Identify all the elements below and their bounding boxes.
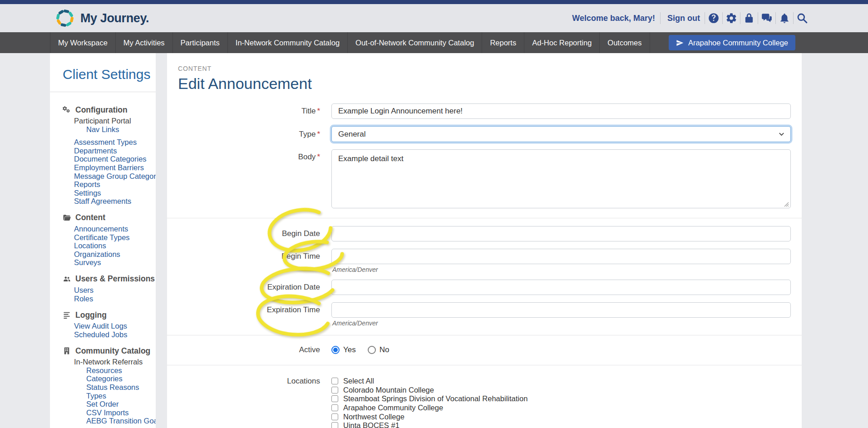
myjourney-logo[interactable]: My Journey. (55, 9, 149, 28)
sidebar-section-header-community-catalog: Community Catalog (50, 346, 156, 356)
sidebar-link-view-audit-logs[interactable]: View Audit Logs (50, 322, 156, 330)
radio-circle[interactable] (368, 346, 376, 354)
sidebar-link-types[interactable]: Types (50, 392, 156, 400)
sidebar-section-label: Logging (75, 310, 107, 320)
sidebar-link-categories[interactable]: Categories (50, 374, 156, 383)
sidebar-link-set-order[interactable]: Set Order (50, 400, 156, 408)
settings-gear-icon[interactable] (725, 12, 737, 24)
checkbox[interactable] (331, 422, 338, 428)
sidebar-section-label: Configuration (75, 105, 128, 115)
sidebar-link-organizations[interactable]: Organizations (50, 250, 156, 259)
active-radio-yes[interactable]: Yes (331, 345, 356, 354)
begin-date-input[interactable] (331, 226, 791, 241)
type-field-row: Type* General (178, 126, 791, 142)
expiration-time-label: Expiration Time (178, 305, 331, 315)
location-checkbox-uinta-boces-1[interactable]: Uinta BOCES #1 (331, 421, 791, 428)
sidebar-link-departments[interactable]: Departments (50, 147, 156, 155)
client-settings-sidebar: Client Settings ConfigurationParticipant… (50, 53, 156, 428)
sidebar-link-certificate-types[interactable]: Certificate Types (50, 233, 156, 242)
expiration-time-input[interactable] (331, 302, 791, 318)
sidebar-link-surveys[interactable]: Surveys (50, 258, 156, 267)
sidebar-link-roles[interactable]: Roles (50, 295, 156, 303)
checkbox-label: Arapahoe Community College (343, 403, 443, 412)
nav-item-ad-hoc-reporting[interactable]: Ad-Hoc Reporting (524, 32, 599, 53)
myjourney-logo-icon (55, 9, 74, 28)
sidebar-link-reports[interactable]: Reports (50, 180, 156, 189)
type-select-value: General (338, 130, 365, 139)
location-checkbox-select-all[interactable]: Select All (331, 377, 791, 386)
sidebar-link-document-categories[interactable]: Document Categories (50, 155, 156, 163)
checkbox[interactable] (331, 378, 338, 384)
required-marker: * (317, 130, 320, 138)
nav-item-outcomes[interactable]: Outcomes (599, 32, 650, 53)
nav-item-in-network-community-catalog[interactable]: In-Network Community Catalog (227, 32, 347, 53)
begin-time-label: Begin Time (178, 252, 331, 261)
sidebar-section-logging: LoggingView Audit LogsScheduled Jobs (50, 310, 156, 339)
help-icon[interactable] (708, 12, 720, 24)
sidebar-link-staff-agreements[interactable]: Staff Agreements (50, 197, 156, 206)
title-field-row: Title* (178, 103, 791, 119)
locations-label: Locations (178, 377, 331, 386)
expiration-date-input[interactable] (331, 280, 791, 295)
sidebar-link-employment-barriers[interactable]: Employment Barriers (50, 163, 156, 172)
location-checkbox-colorado-mountain-college[interactable]: Colorado Mountain College (331, 386, 791, 395)
divider (167, 335, 802, 335)
active-label: Active (178, 345, 331, 354)
sidebar-section-label: Content (75, 213, 105, 222)
nav-item-participants[interactable]: Participants (173, 32, 227, 53)
sidebar-link-users[interactable]: Users (50, 286, 156, 295)
sidebar-link-status-reasons[interactable]: Status Reasons (50, 383, 156, 392)
sign-out-link[interactable]: Sign out (667, 14, 700, 23)
type-select[interactable]: General (331, 126, 791, 142)
checkbox[interactable] (331, 404, 338, 411)
expiration-date-row: Expiration Date (178, 280, 791, 295)
nav-item-out-of-network-community-catalog[interactable]: Out-of-Network Community Catalog (347, 32, 482, 53)
sidebar-link-locations[interactable]: Locations (50, 241, 156, 250)
timezone-hint: America/Denver (332, 320, 378, 327)
required-marker: * (317, 107, 320, 115)
divider (758, 12, 758, 24)
page-title: Edit Announcement (178, 75, 791, 93)
checkbox-label: Colorado Mountain College (343, 386, 434, 394)
divider (167, 365, 802, 365)
sidebar-link-assessment-types[interactable]: Assessment Types (50, 138, 156, 147)
active-radio-no[interactable]: No (368, 345, 390, 354)
checkbox[interactable] (331, 395, 338, 402)
divider (705, 12, 705, 24)
checkbox[interactable] (331, 413, 338, 420)
nav-item-my-workspace[interactable]: My Workspace (50, 32, 115, 53)
expiration-time-row: Expiration Time America/Denver (178, 302, 791, 318)
active-client-button[interactable]: Arapahoe Community College (669, 35, 795, 50)
welcome-message: Welcome back, Mary! (572, 14, 655, 23)
sidebar-link-settings[interactable]: Settings (50, 189, 156, 197)
resize-handle[interactable] (784, 202, 789, 207)
title-input[interactable] (331, 103, 791, 119)
sidebar-link-message-group-categories[interactable]: Message Group Categories (50, 172, 156, 181)
sidebar-link-resources[interactable]: Resources (50, 366, 156, 375)
checkbox[interactable] (331, 387, 338, 394)
messages-icon[interactable] (761, 12, 773, 24)
body-textarea[interactable]: Example detail text (331, 149, 791, 208)
radio-circle[interactable] (331, 346, 340, 354)
chevron-down-icon (778, 131, 785, 138)
location-checkbox-steamboat-springs-division-of-vocational-rehabilitation[interactable]: Steamboat Springs Division of Vocational… (331, 394, 791, 403)
nav-item-reports[interactable]: Reports (482, 32, 524, 53)
sidebar-link-aebg-transition-goals[interactable]: AEBG Transition Goals (50, 417, 156, 425)
lock-icon[interactable] (743, 12, 755, 24)
radio-option-label: Yes (343, 345, 356, 354)
sidebar-link-scheduled-jobs[interactable]: Scheduled Jobs (50, 330, 156, 339)
required-marker: * (317, 153, 320, 161)
search-icon[interactable] (796, 12, 808, 24)
sidebar-link-nav-links[interactable]: Nav Links (50, 125, 156, 134)
divider (722, 12, 723, 24)
nav-item-my-activities[interactable]: My Activities (115, 32, 173, 53)
myjourney-app: My Journey. Welcome back, Mary! Sign out… (0, 0, 868, 428)
divider (793, 12, 794, 24)
sidebar-link-csv-imports[interactable]: CSV Imports (50, 408, 156, 417)
begin-time-input[interactable] (331, 249, 791, 264)
location-checkbox-arapahoe-community-college[interactable]: Arapahoe Community College (331, 403, 791, 413)
notifications-bell-icon[interactable] (779, 12, 790, 24)
active-row: Active YesNo (178, 345, 791, 354)
sidebar-link-announcements[interactable]: Announcements (50, 225, 156, 233)
location-checkbox-northwest-college[interactable]: Northwest College (331, 412, 791, 421)
